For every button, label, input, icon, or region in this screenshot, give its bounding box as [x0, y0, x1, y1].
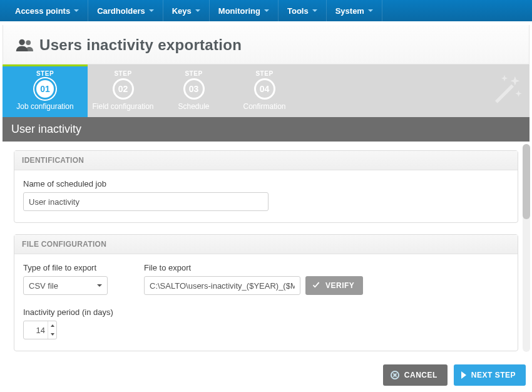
verify-button[interactable]: VERIFY	[305, 276, 363, 295]
nav-item-label: Cardholders	[97, 6, 145, 16]
svg-point-0	[19, 39, 24, 45]
verify-button-label: VERIFY	[325, 281, 354, 290]
close-icon	[391, 371, 399, 379]
nav-item-label: Access points	[15, 6, 70, 16]
wizard-step-job-configuration[interactable]: STEP 01 Job configuration	[3, 66, 88, 117]
file-path-input[interactable]	[144, 276, 300, 295]
nav-item-monitoring[interactable]: Monitoring	[210, 0, 279, 21]
scrollbar-thumb[interactable]	[523, 144, 530, 219]
nav-item-label: Keys	[172, 6, 192, 16]
wizard-step-confirmation[interactable]: STEP 04 Confirmation	[229, 66, 300, 117]
chevron-down-icon	[149, 9, 154, 12]
svg-point-1	[26, 40, 31, 45]
step-label: Field configuration	[88, 102, 158, 111]
content: IDENTIFICATION Name of scheduled job FIL…	[3, 142, 529, 354]
nav-item-keys[interactable]: Keys	[163, 0, 210, 21]
scrollbar[interactable]	[523, 144, 530, 352]
wizard-steps: STEP 01 Job configuration STEP 02 Field …	[3, 64, 529, 117]
panel-title: IDENTIFICATION	[14, 151, 518, 170]
cancel-button[interactable]: CANCEL	[383, 364, 448, 386]
page-header: Users inactivity exportation	[3, 25, 529, 64]
chevron-down-icon	[74, 9, 79, 12]
chevron-down-icon	[368, 9, 373, 12]
scheduled-job-name-input[interactable]	[23, 192, 269, 211]
nav-item-access-points[interactable]: Access points	[6, 0, 88, 21]
page-title: Users inactivity exportation	[39, 36, 242, 54]
stepper-down-button[interactable]	[48, 330, 56, 339]
nav-item-tools[interactable]: Tools	[279, 0, 327, 21]
step-eyebrow: STEP	[158, 70, 229, 77]
stepper-up-button[interactable]	[48, 321, 56, 330]
next-step-button-label: NEXT STEP	[471, 371, 516, 379]
nav-item-label: Monitoring	[218, 6, 260, 16]
wizard-step-field-configuration[interactable]: STEP 02 Field configuration	[88, 66, 158, 117]
check-icon	[312, 281, 320, 290]
chevron-up-icon	[51, 324, 54, 327]
wizard-step-schedule[interactable]: STEP 03 Schedule	[158, 66, 229, 117]
name-label: Name of scheduled job	[23, 179, 509, 188]
panel-title: FILE CONFIGURATION	[14, 235, 518, 254]
inactivity-period-stepper[interactable]: 14	[23, 321, 57, 339]
step-number: 01	[34, 78, 56, 100]
step-label: Schedule	[158, 102, 229, 111]
step-number: 03	[183, 78, 205, 100]
nav-item-cardholders[interactable]: Cardholders	[88, 0, 163, 21]
play-icon	[461, 371, 466, 379]
step-eyebrow: STEP	[229, 70, 300, 77]
identification-panel: IDENTIFICATION Name of scheduled job	[14, 150, 518, 223]
nav-item-system[interactable]: System	[327, 0, 382, 21]
step-label: Confirmation	[229, 102, 300, 111]
step-number: 02	[113, 78, 134, 100]
step-eyebrow: STEP	[88, 70, 158, 77]
chevron-down-icon	[195, 9, 200, 12]
users-icon	[16, 38, 33, 52]
section-title: User inactivity	[3, 117, 529, 142]
file-type-label: Type of file to export	[23, 263, 108, 272]
magic-wand-icon	[486, 73, 523, 112]
inactivity-period-value: 14	[24, 326, 48, 335]
cancel-button-label: CANCEL	[404, 371, 437, 379]
file-configuration-panel: FILE CONFIGURATION Type of file to expor…	[14, 234, 518, 351]
next-step-button[interactable]: NEXT STEP	[454, 364, 526, 386]
file-type-value: CSV file	[29, 281, 58, 291]
step-number: 04	[254, 78, 275, 100]
chevron-down-icon	[312, 9, 317, 12]
step-eyebrow: STEP	[3, 70, 88, 77]
chevron-down-icon	[264, 9, 269, 12]
nav-item-label: Tools	[287, 6, 309, 16]
chevron-down-icon	[97, 284, 102, 287]
file-type-select[interactable]: CSV file	[23, 276, 108, 295]
inactivity-period-label: Inactivity period (in days)	[23, 307, 509, 317]
nav-item-label: System	[335, 6, 364, 16]
chevron-down-icon	[51, 333, 54, 336]
step-label: Job configuration	[3, 102, 88, 111]
wizard-footer: CANCEL NEXT STEP	[383, 364, 526, 386]
file-path-label: File to export	[144, 263, 363, 272]
top-nav: Access points Cardholders Keys Monitorin…	[0, 0, 532, 21]
